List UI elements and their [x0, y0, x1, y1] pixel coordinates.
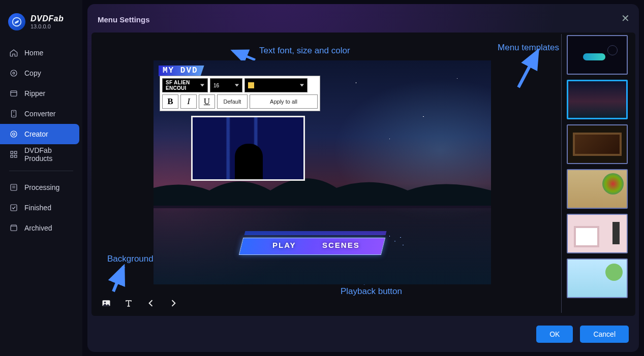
next-page-button[interactable]	[168, 298, 179, 309]
template-thumb-2[interactable]	[567, 80, 628, 119]
sidebar-item-converter[interactable]: Converter	[0, 104, 82, 124]
nav-separator	[9, 171, 73, 171]
svg-rect-12	[11, 184, 17, 190]
home-icon	[9, 48, 18, 57]
image-tool-button[interactable]	[101, 298, 112, 309]
svg-point-3	[13, 72, 15, 74]
play-button[interactable]: PLAY	[272, 241, 296, 249]
sidebar-item-label: Finished	[24, 204, 51, 212]
sidebar-item-label: Ripper	[24, 89, 45, 98]
sidebar-item-products[interactable]: DVDFab Products	[0, 144, 82, 165]
sidebar-item-finished[interactable]: Finished	[0, 198, 82, 218]
video-thumbnail[interactable]	[191, 116, 305, 181]
template-thumb-5[interactable]	[567, 214, 628, 253]
prev-page-button[interactable]	[145, 298, 157, 309]
scenes-button[interactable]: SCENES	[322, 241, 360, 249]
template-thumb-6[interactable]	[567, 258, 628, 298]
sidebar-item-archived[interactable]: Archived	[0, 218, 82, 238]
sidebar-item-ripper[interactable]: Ripper	[0, 83, 82, 104]
svg-rect-10	[11, 155, 13, 158]
dialog-footer: OK Cancel	[536, 326, 629, 343]
archived-icon	[9, 223, 18, 233]
font-family-select[interactable]: SF ALIEN ENCOUI	[162, 78, 208, 92]
text-tool-button[interactable]	[123, 298, 134, 309]
annotation-text-style: Text font, size and color	[259, 46, 350, 56]
svg-rect-9	[15, 151, 17, 154]
annotation-playback: Playback button	[341, 286, 402, 297]
converter-icon	[9, 109, 18, 118]
close-icon[interactable]: ✕	[621, 13, 630, 23]
bold-button[interactable]: B	[162, 94, 178, 109]
brand-version: 13.0.0.0	[30, 23, 64, 29]
font-size-value: 16	[213, 83, 219, 88]
finished-icon	[9, 203, 18, 212]
brand-name: DVDFab	[30, 14, 64, 23]
default-button[interactable]: Default	[217, 94, 248, 109]
bottom-toolbar	[101, 298, 179, 309]
svg-point-7	[13, 133, 15, 136]
app-sidebar: DVDFab 13.0.0.0 Home Copy Ripper Convert…	[0, 0, 82, 356]
color-swatch-icon	[248, 82, 254, 88]
sidebar-item-copy[interactable]: Copy	[0, 63, 82, 83]
menu-title-text[interactable]: MY DVD	[159, 66, 204, 76]
sidebar-item-home[interactable]: Home	[0, 43, 82, 63]
svg-rect-13	[11, 205, 17, 211]
brand-logo-icon	[8, 13, 25, 30]
sidebar-item-label: Processing	[24, 183, 59, 191]
caret-down-icon	[200, 84, 204, 87]
thumbnail-silhouette	[235, 144, 263, 179]
svg-rect-11	[15, 155, 17, 158]
sidebar-item-processing[interactable]: Processing	[0, 177, 82, 198]
annotation-menu-templates: Menu templates	[498, 43, 559, 53]
template-thumb-3[interactable]	[567, 124, 628, 164]
font-color-select[interactable]	[244, 78, 308, 92]
svg-rect-8	[11, 151, 13, 154]
sidebar-item-label: DVDFab Products	[24, 146, 73, 163]
underline-button[interactable]: U	[199, 94, 215, 109]
caret-down-icon	[300, 84, 304, 87]
ripper-icon	[9, 89, 18, 98]
brand: DVDFab 13.0.0.0	[0, 9, 82, 40]
svg-point-1	[15, 20, 16, 21]
workarea: Text font, size and color Menu templates…	[91, 33, 635, 316]
dialog-title: Menu Settings	[98, 15, 629, 24]
arrow-icon	[513, 47, 544, 90]
apply-to-all-button[interactable]: Apply to all	[250, 94, 318, 109]
menu-preview-canvas[interactable]: MY DVD SF ALIEN ENCOUI 16 B I U Default …	[154, 60, 491, 284]
processing-icon	[9, 183, 18, 192]
sidebar-item-label: Converter	[24, 110, 55, 118]
svg-point-6	[11, 131, 17, 137]
svg-point-2	[11, 70, 17, 76]
products-icon	[9, 150, 18, 159]
sidebar-item-label: Creator	[24, 130, 48, 138]
nav-main: Home Copy Ripper Converter Creator DVDFa…	[0, 43, 82, 238]
sidebar-item-label: Home	[24, 49, 43, 57]
sidebar-item-label: Archived	[24, 224, 52, 232]
font-size-select[interactable]: 16	[210, 78, 242, 92]
arrow-icon	[108, 264, 129, 294]
menu-settings-dialog: Menu Settings ✕ Text font, size and colo…	[87, 4, 639, 352]
svg-rect-4	[11, 91, 17, 96]
svg-rect-5	[12, 110, 16, 117]
creator-icon	[9, 130, 18, 139]
font-family-value: SF ALIEN ENCOUI	[166, 80, 204, 91]
svg-point-16	[104, 302, 106, 303]
templates-strip	[561, 34, 632, 313]
playback-buttons: PLAY SCENES	[236, 229, 409, 265]
caret-down-icon	[235, 84, 239, 87]
sidebar-item-creator[interactable]: Creator	[0, 124, 79, 144]
text-toolbar: SF ALIEN ENCOUI 16 B I U Default Apply t…	[160, 76, 320, 111]
cancel-button[interactable]: Cancel	[580, 326, 629, 343]
copy-icon	[9, 69, 18, 78]
template-thumb-1[interactable]	[567, 35, 628, 75]
svg-rect-14	[11, 226, 17, 231]
ok-button[interactable]: OK	[536, 326, 573, 343]
sidebar-item-label: Copy	[24, 69, 41, 77]
playback-bar	[239, 238, 385, 255]
template-thumb-4[interactable]	[567, 169, 628, 209]
italic-button[interactable]: I	[180, 94, 197, 109]
